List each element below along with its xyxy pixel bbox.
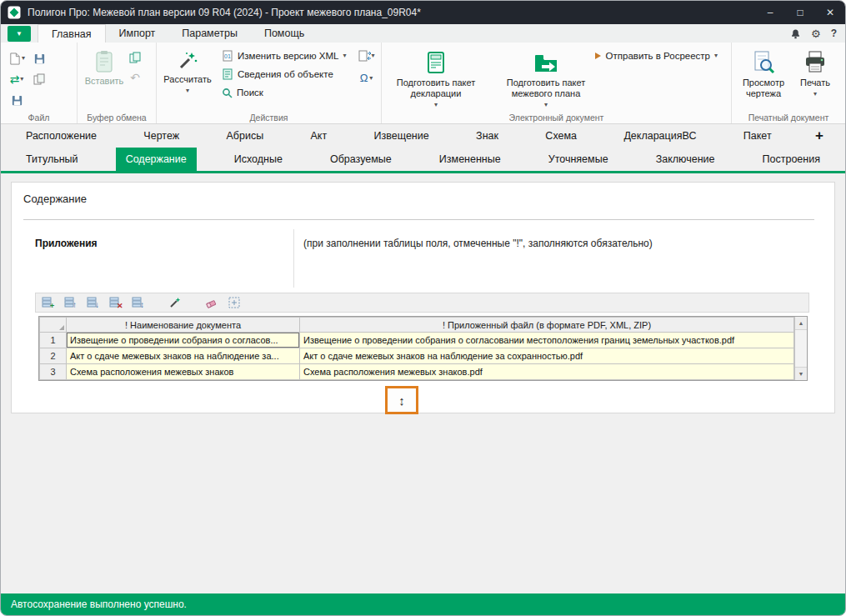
ribbon-tab-bar: ▼ Главная Импорт Параметры Помощь ⚙ ? [1, 24, 845, 43]
magic-wand-icon [177, 50, 198, 72]
help-icon[interactable]: ? [831, 28, 837, 38]
tab-titulnyj[interactable]: Титульный [16, 148, 88, 171]
change-xml-version-button[interactable]: 01 Изменить версию XML ▾ [218, 47, 350, 65]
dropdown-icon: ▾ [372, 53, 375, 59]
settings-gear-icon[interactable]: ⚙ [811, 28, 821, 39]
tab-izveshchenie[interactable]: Извещение [364, 124, 439, 148]
scroll-down-icon[interactable]: ▼ [795, 367, 807, 380]
attached-file-cell[interactable]: Акт о сдаче межевых знаков на наблюдение… [300, 348, 794, 364]
window-controls: – □ ✕ [755, 1, 845, 24]
move-row-button[interactable]: ↕ [131, 295, 146, 310]
expand-table-button[interactable] [227, 295, 242, 310]
calculate-button[interactable]: Рассчитать ▾ [162, 47, 213, 102]
new-document-button[interactable]: ▾ [6, 48, 28, 68]
ribbon-tab-main[interactable]: Главная [38, 24, 106, 43]
document-name-cell[interactable]: Извещение о проведении собрания о соглас… [67, 333, 300, 348]
print-button[interactable]: Печать ▾ [793, 47, 837, 99]
object-info-button[interactable]: Сведения об объекте [218, 65, 350, 83]
panel-resize-splitter[interactable]: ↕ [385, 386, 418, 414]
send-arrow-icon [588, 50, 602, 62]
delete-row-button[interactable]: ✕ [108, 295, 123, 310]
ribbon-group-file: ▾ ⇄ ▾ Файл [1, 43, 78, 123]
tab-postroeniya[interactable]: Построения [753, 148, 830, 171]
close-button[interactable]: ✕ [815, 1, 845, 24]
ribbon-group-clipboard: Вставить ↶ Буфер обмена [78, 43, 157, 123]
titlebar: Полигон Про: Межевой план версии 09 R04 … [1, 1, 845, 24]
tab-abrisy[interactable]: Абрисы [216, 124, 273, 148]
header-attached-file[interactable]: ! Приложенный файл (в формате PDF, XML, … [300, 318, 794, 333]
table-row: 1 Извещение о проведении собрания о согл… [40, 333, 794, 348]
dropdown-icon: ▾ [714, 53, 718, 59]
tab-znak[interactable]: Знак [466, 124, 508, 148]
save-all-button[interactable] [6, 90, 28, 110]
copy-button[interactable] [129, 52, 141, 63]
row-number[interactable]: 1 [40, 333, 67, 348]
tab-utochnyaemye[interactable]: Уточняемые [538, 148, 618, 171]
print-label: Печать [800, 78, 830, 88]
prepare-declaration-package-button[interactable]: Подготовить пакет декларации ▾ [387, 47, 485, 110]
app-menu-button[interactable]: ▼ [8, 26, 31, 42]
add-row-button[interactable]: + [41, 295, 56, 310]
copy-project-button[interactable] [28, 69, 50, 89]
tab-skhema[interactable]: Схема [535, 124, 587, 148]
tab-obrazuemye[interactable]: Образуемые [320, 148, 402, 171]
scroll-up-icon[interactable]: ▲ [795, 317, 807, 330]
search-button[interactable]: Поиск [218, 83, 350, 102]
dropdown-icon: ▾ [369, 75, 373, 82]
save-button[interactable] [28, 48, 50, 68]
tab-raspolozhenie[interactable]: Расположение [16, 124, 107, 148]
tab-paket[interactable]: Пакет [733, 124, 782, 148]
document-name-cell[interactable]: Схема расположения межевых знаков [67, 364, 300, 380]
document-name-cell[interactable]: Акт о сдаче межевых знаков на наблюдение… [67, 348, 300, 364]
clear-table-button[interactable] [204, 295, 219, 310]
app-window: Полигон Про: Межевой план версии 09 R04 … [0, 0, 846, 616]
row-number[interactable]: 2 [40, 348, 67, 364]
attachments-table: ! Наименование документа ! Приложенный ф… [39, 317, 794, 380]
attached-file-cell[interactable]: Извещение о проведении собрания о соглас… [300, 333, 794, 348]
tab-izmenennye[interactable]: Измененные [429, 148, 511, 171]
paste-button[interactable]: Вставить [83, 47, 126, 87]
ribbon-tab-help[interactable]: Помощь [251, 24, 318, 43]
insert-row-above-button[interactable]: ↑ [63, 295, 78, 310]
send-to-rosreestr-button[interactable]: Отправить в Росреестр ▾ [588, 50, 718, 62]
tab-akt[interactable]: Акт [301, 124, 338, 148]
maximize-button[interactable]: □ [785, 1, 815, 24]
table-scrollbar[interactable]: ▲ ▼ [794, 317, 807, 380]
dropdown-icon: ▾ [20, 76, 23, 83]
move-row-icon: ↕ [132, 296, 145, 309]
autofill-wand-button[interactable] [168, 295, 183, 310]
app-logo-icon [8, 6, 21, 19]
notifications-bell-icon[interactable] [790, 28, 801, 39]
ribbon-group-edocument: Подготовить пакет декларации ▾ Подготови… [382, 43, 732, 123]
undo-button[interactable]: ↶ [129, 71, 141, 84]
symbols-omega-button[interactable]: Ω ▾ [358, 72, 375, 84]
fill-hint-text: (при заполнении таблицы поля, отмеченные… [303, 238, 653, 249]
header-document-name[interactable]: ! Наименование документа [67, 318, 300, 333]
tab-soderzhanie[interactable]: Содержание [116, 148, 197, 171]
svg-text:+: + [50, 302, 54, 309]
svg-text:✕: ✕ [117, 302, 123, 309]
grid-corner-cell[interactable] [40, 318, 67, 333]
delete-row-icon: ✕ [109, 296, 123, 309]
insert-row-below-button[interactable]: ↓ [86, 295, 101, 310]
field-separator [293, 229, 294, 288]
preview-drawing-button[interactable]: Просмотр чертежа [737, 47, 790, 99]
ribbon-tab-parameters[interactable]: Параметры [168, 24, 251, 43]
copy-icon [129, 52, 141, 63]
ribbon-tab-import[interactable]: Импорт [106, 24, 169, 43]
minimize-button[interactable]: – [755, 1, 785, 24]
attached-file-cell[interactable]: Схема расположения межевых знаков.pdf [300, 364, 794, 380]
prepare-plan-package-button[interactable]: Подготовить пакет межевого плана ▾ [490, 47, 602, 110]
omega-icon: Ω [360, 72, 368, 84]
tab-deklaraciya-vs[interactable]: ДекларацияВС [613, 124, 706, 148]
tab-iskhodnye[interactable]: Исходные [224, 148, 293, 171]
tab-chertezh[interactable]: Чертеж [133, 124, 189, 148]
exchange-document-button[interactable]: ▾ [358, 50, 375, 62]
add-tab-button[interactable]: + [808, 124, 830, 148]
paste-label: Вставить [85, 76, 124, 87]
insert-row-above-icon: ↑ [64, 296, 78, 309]
tab-zaklyuchenie[interactable]: Заключение [646, 148, 725, 171]
row-number[interactable]: 3 [40, 364, 67, 380]
search-icon [222, 88, 233, 98]
convert-version-button[interactable]: ⇄ ▾ [6, 69, 28, 89]
